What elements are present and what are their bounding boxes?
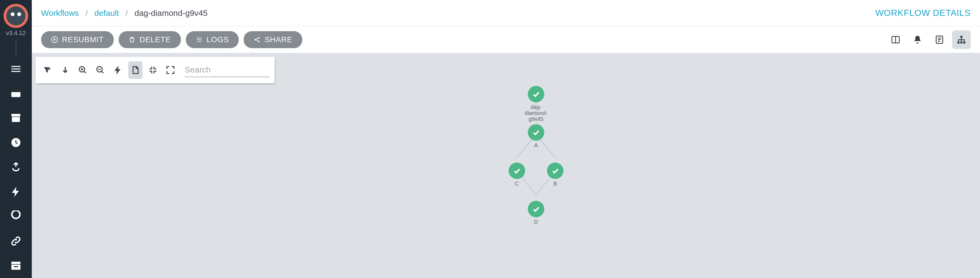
zoom-out-button[interactable] [93,61,107,79]
fast-button[interactable] [111,61,125,79]
breadcrumb-separator: / [86,8,88,18]
direction-button[interactable] [58,61,72,79]
share-label: SHARE [264,35,292,44]
node-info-button[interactable] [128,61,143,79]
summary-button[interactable] [930,30,949,49]
nav-events-icon[interactable] [0,155,32,180]
actions-left: RESUBMIT DELETE LOGS SHARE [41,31,302,48]
nav-archive-icon[interactable] [0,106,32,131]
main-content: Workflows / default / dag-diamond-g9v45 … [32,0,980,278]
document-icon [934,35,944,44]
zoom-in-icon [78,65,88,75]
breadcrumb-current: dag-diamond-g9v45 [135,8,208,18]
columns-icon [891,35,900,44]
node-b-label: B [539,181,572,186]
node-b[interactable]: B [539,163,572,186]
node-c-label: C [500,181,533,186]
argo-logo[interactable] [3,4,28,28]
node-a-label: A [520,142,552,148]
action-bar: RESUBMIT DELETE LOGS SHARE [32,26,980,53]
delete-button[interactable]: DELETE [119,31,181,48]
svg-rect-3 [12,117,20,122]
arrow-down-icon [60,65,70,75]
status-success-icon [509,163,525,179]
bell-icon [913,35,923,44]
svg-rect-2 [11,114,21,117]
top-bar: Workflows / default / dag-diamond-g9v45 … [32,0,980,26]
filter-button[interactable] [41,61,55,79]
resubmit-label: RESUBMIT [62,35,104,44]
nav-cron-icon[interactable] [0,130,32,155]
status-success-icon [547,163,563,179]
share-button[interactable]: SHARE [243,31,302,48]
plus-circle-icon [51,36,58,43]
zoom-in-button[interactable] [76,61,90,79]
collapse-icon [148,65,158,75]
graph-canvas[interactable]: dag-diamond- g9v45 A C B D [32,53,980,278]
logs-label: LOGS [207,35,229,44]
bolt-icon [113,65,123,75]
fullscreen-button[interactable] [163,61,178,79]
nav-sensors-icon[interactable] [0,180,32,204]
nav-reports-icon[interactable] [0,204,32,229]
svg-rect-17 [961,42,962,43]
file-icon [131,65,140,75]
node-root-label: dag-diamond- g9v45 [520,104,552,122]
svg-rect-15 [961,36,962,38]
breadcrumb: Workflows / default / dag-diamond-g9v45 [41,8,207,18]
logs-button[interactable]: LOGS [186,31,239,48]
sidebar-separator [15,41,16,57]
workflow-details-link[interactable]: WORKFLOW DETAILS [875,8,971,18]
breadcrumb-namespace[interactable]: default [94,8,119,18]
breadcrumb-workflows[interactable]: Workflows [41,8,79,18]
svg-rect-5 [11,262,21,264]
notifications-button[interactable] [908,30,927,49]
nav-links-icon[interactable] [0,229,32,253]
expand-icon [166,65,175,75]
nav-storage-icon[interactable] [0,253,32,278]
resubmit-button[interactable]: RESUBMIT [41,31,114,48]
tree-view-button[interactable] [952,30,971,49]
status-success-icon [528,86,544,102]
node-d-label: D [520,219,552,225]
zoom-out-icon [95,65,105,75]
share-icon [253,36,261,43]
actions-right [886,30,971,49]
sitemap-icon [956,35,966,44]
filter-icon [43,65,52,75]
graph-toolbar [36,57,275,83]
version-label: v3.4.12 [6,30,26,37]
collapse-button[interactable] [146,61,160,79]
node-c[interactable]: C [500,163,533,186]
nav-templates-icon[interactable] [0,81,32,106]
node-d[interactable]: D [520,201,552,225]
sidebar: v3.4.12 [0,0,32,278]
nav-menu-icon[interactable] [0,57,32,81]
delete-label: DELETE [140,35,171,44]
columns-view-button[interactable] [886,30,905,49]
status-success-icon [528,201,544,217]
svg-rect-16 [958,42,959,43]
node-a[interactable]: A [520,124,552,148]
svg-rect-1 [11,90,21,92]
breadcrumb-separator: / [126,8,128,18]
status-success-icon [528,124,544,141]
trash-icon [129,36,136,43]
search-input[interactable] [185,63,270,77]
svg-rect-18 [964,42,965,43]
list-icon [196,36,203,43]
node-root[interactable]: dag-diamond- g9v45 [520,86,552,122]
svg-rect-7 [14,266,18,267]
